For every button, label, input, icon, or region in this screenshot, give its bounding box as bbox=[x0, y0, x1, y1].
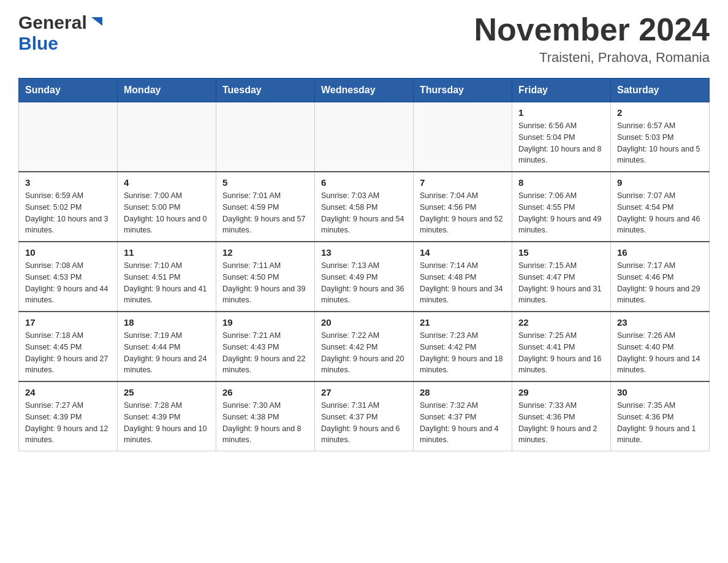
day-number: 1 bbox=[518, 107, 604, 118]
weekday-header-friday: Friday bbox=[512, 79, 611, 102]
weekday-header-saturday: Saturday bbox=[611, 79, 710, 102]
day-info: Sunrise: 6:56 AM Sunset: 5:04 PM Dayligh… bbox=[518, 120, 604, 166]
day-number: 30 bbox=[617, 387, 703, 397]
day-number: 23 bbox=[617, 317, 703, 327]
day-number: 25 bbox=[124, 387, 210, 397]
day-number: 3 bbox=[25, 177, 111, 188]
calendar-cell: 14Sunrise: 7:14 AM Sunset: 4:48 PM Dayli… bbox=[414, 242, 512, 312]
day-info: Sunrise: 7:21 AM Sunset: 4:43 PM Dayligh… bbox=[222, 330, 308, 376]
calendar-cell: 28Sunrise: 7:32 AM Sunset: 4:37 PM Dayli… bbox=[414, 381, 512, 451]
day-info: Sunrise: 7:25 AM Sunset: 4:41 PM Dayligh… bbox=[518, 330, 604, 376]
day-info: Sunrise: 7:06 AM Sunset: 4:55 PM Dayligh… bbox=[518, 190, 604, 236]
day-info: Sunrise: 7:23 AM Sunset: 4:42 PM Dayligh… bbox=[420, 330, 506, 376]
calendar-cell: 3Sunrise: 6:59 AM Sunset: 5:02 PM Daylig… bbox=[19, 172, 118, 242]
calendar-cell bbox=[414, 102, 512, 172]
day-info: Sunrise: 7:33 AM Sunset: 4:36 PM Dayligh… bbox=[518, 400, 604, 446]
day-number: 28 bbox=[420, 387, 506, 397]
calendar-cell: 16Sunrise: 7:17 AM Sunset: 4:46 PM Dayli… bbox=[611, 242, 710, 312]
calendar-cell: 12Sunrise: 7:11 AM Sunset: 4:50 PM Dayli… bbox=[216, 242, 315, 312]
calendar-cell: 30Sunrise: 7:35 AM Sunset: 4:36 PM Dayli… bbox=[611, 381, 710, 451]
calendar-cell bbox=[315, 102, 414, 172]
day-info: Sunrise: 7:13 AM Sunset: 4:49 PM Dayligh… bbox=[321, 260, 407, 306]
calendar-cell: 23Sunrise: 7:26 AM Sunset: 4:40 PM Dayli… bbox=[611, 312, 710, 381]
day-info: Sunrise: 7:10 AM Sunset: 4:51 PM Dayligh… bbox=[124, 260, 210, 306]
calendar-table: SundayMondayTuesdayWednesdayThursdayFrid… bbox=[18, 78, 710, 451]
day-info: Sunrise: 7:03 AM Sunset: 4:58 PM Dayligh… bbox=[321, 190, 407, 236]
day-number: 5 bbox=[222, 177, 308, 188]
calendar-cell: 1Sunrise: 6:56 AM Sunset: 5:04 PM Daylig… bbox=[512, 102, 611, 172]
day-number: 16 bbox=[617, 247, 703, 258]
logo-blue-text: Blue bbox=[18, 33, 58, 53]
day-number: 29 bbox=[518, 387, 604, 397]
day-number: 24 bbox=[25, 387, 111, 397]
calendar-cell: 21Sunrise: 7:23 AM Sunset: 4:42 PM Dayli… bbox=[414, 312, 512, 381]
day-info: Sunrise: 7:31 AM Sunset: 4:37 PM Dayligh… bbox=[321, 400, 407, 446]
day-number: 12 bbox=[222, 247, 308, 258]
calendar-cell: 22Sunrise: 7:25 AM Sunset: 4:41 PM Dayli… bbox=[512, 312, 611, 381]
day-info: Sunrise: 7:28 AM Sunset: 4:39 PM Dayligh… bbox=[124, 400, 210, 446]
calendar-cell: 27Sunrise: 7:31 AM Sunset: 4:37 PM Dayli… bbox=[315, 381, 414, 451]
day-info: Sunrise: 7:08 AM Sunset: 4:53 PM Dayligh… bbox=[25, 260, 111, 306]
title-block: November 2024 Traisteni, Prahova, Romani… bbox=[474, 12, 710, 66]
calendar-cell: 26Sunrise: 7:30 AM Sunset: 4:38 PM Dayli… bbox=[216, 381, 315, 451]
day-number: 20 bbox=[321, 317, 407, 327]
day-info: Sunrise: 7:18 AM Sunset: 4:45 PM Dayligh… bbox=[25, 330, 111, 376]
day-number: 18 bbox=[124, 317, 210, 327]
day-info: Sunrise: 7:14 AM Sunset: 4:48 PM Dayligh… bbox=[420, 260, 506, 306]
calendar-week-row: 17Sunrise: 7:18 AM Sunset: 4:45 PM Dayli… bbox=[19, 312, 710, 381]
calendar-week-row: 10Sunrise: 7:08 AM Sunset: 4:53 PM Dayli… bbox=[19, 242, 710, 312]
day-number: 9 bbox=[617, 177, 703, 188]
calendar-cell: 29Sunrise: 7:33 AM Sunset: 4:36 PM Dayli… bbox=[512, 381, 611, 451]
calendar-cell: 20Sunrise: 7:22 AM Sunset: 4:42 PM Dayli… bbox=[315, 312, 414, 381]
day-number: 15 bbox=[518, 247, 604, 258]
weekday-header-row: SundayMondayTuesdayWednesdayThursdayFrid… bbox=[19, 79, 710, 102]
calendar-cell: 13Sunrise: 7:13 AM Sunset: 4:49 PM Dayli… bbox=[315, 242, 414, 312]
day-info: Sunrise: 7:26 AM Sunset: 4:40 PM Dayligh… bbox=[617, 330, 703, 376]
day-number: 11 bbox=[124, 247, 210, 258]
day-info: Sunrise: 6:57 AM Sunset: 5:03 PM Dayligh… bbox=[617, 120, 703, 166]
weekday-header-thursday: Thursday bbox=[414, 79, 512, 102]
calendar-cell: 7Sunrise: 7:04 AM Sunset: 4:56 PM Daylig… bbox=[414, 172, 512, 242]
weekday-header-sunday: Sunday bbox=[19, 79, 118, 102]
calendar-cell: 5Sunrise: 7:01 AM Sunset: 4:59 PM Daylig… bbox=[216, 172, 315, 242]
day-number: 19 bbox=[222, 317, 308, 327]
day-info: Sunrise: 7:15 AM Sunset: 4:47 PM Dayligh… bbox=[518, 260, 604, 306]
day-number: 6 bbox=[321, 177, 407, 188]
day-info: Sunrise: 7:04 AM Sunset: 4:56 PM Dayligh… bbox=[420, 190, 506, 236]
logo-general-text: General bbox=[18, 12, 87, 33]
calendar-cell: 19Sunrise: 7:21 AM Sunset: 4:43 PM Dayli… bbox=[216, 312, 315, 381]
weekday-header-tuesday: Tuesday bbox=[216, 79, 315, 102]
calendar-cell: 8Sunrise: 7:06 AM Sunset: 4:55 PM Daylig… bbox=[512, 172, 611, 242]
day-info: Sunrise: 7:22 AM Sunset: 4:42 PM Dayligh… bbox=[321, 330, 407, 376]
weekday-header-monday: Monday bbox=[118, 79, 216, 102]
day-info: Sunrise: 7:17 AM Sunset: 4:46 PM Dayligh… bbox=[617, 260, 703, 306]
day-number: 2 bbox=[617, 107, 703, 118]
calendar-cell: 6Sunrise: 7:03 AM Sunset: 4:58 PM Daylig… bbox=[315, 172, 414, 242]
day-info: Sunrise: 7:32 AM Sunset: 4:37 PM Dayligh… bbox=[420, 400, 506, 446]
day-number: 17 bbox=[25, 317, 111, 327]
day-info: Sunrise: 7:35 AM Sunset: 4:36 PM Dayligh… bbox=[617, 400, 703, 446]
calendar-cell: 10Sunrise: 7:08 AM Sunset: 4:53 PM Dayli… bbox=[19, 242, 118, 312]
page-header: General Blue November 2024 Traisteni, Pr… bbox=[18, 12, 710, 66]
day-number: 27 bbox=[321, 387, 407, 397]
calendar-cell: 24Sunrise: 7:27 AM Sunset: 4:39 PM Dayli… bbox=[19, 381, 118, 451]
month-title: November 2024 bbox=[474, 12, 710, 47]
day-number: 21 bbox=[420, 317, 506, 327]
day-info: Sunrise: 7:27 AM Sunset: 4:39 PM Dayligh… bbox=[25, 400, 111, 446]
day-number: 26 bbox=[222, 387, 308, 397]
day-number: 22 bbox=[518, 317, 604, 327]
calendar-cell: 25Sunrise: 7:28 AM Sunset: 4:39 PM Dayli… bbox=[118, 381, 216, 451]
day-info: Sunrise: 7:00 AM Sunset: 5:00 PM Dayligh… bbox=[124, 190, 210, 236]
day-info: Sunrise: 6:59 AM Sunset: 5:02 PM Dayligh… bbox=[25, 190, 111, 236]
weekday-header-wednesday: Wednesday bbox=[315, 79, 414, 102]
calendar-week-row: 3Sunrise: 6:59 AM Sunset: 5:02 PM Daylig… bbox=[19, 172, 710, 242]
calendar-cell: 4Sunrise: 7:00 AM Sunset: 5:00 PM Daylig… bbox=[118, 172, 216, 242]
day-number: 7 bbox=[420, 177, 506, 188]
day-number: 8 bbox=[518, 177, 604, 188]
calendar-cell: 17Sunrise: 7:18 AM Sunset: 4:45 PM Dayli… bbox=[19, 312, 118, 381]
calendar-week-row: 1Sunrise: 6:56 AM Sunset: 5:04 PM Daylig… bbox=[19, 102, 710, 172]
calendar-cell: 15Sunrise: 7:15 AM Sunset: 4:47 PM Dayli… bbox=[512, 242, 611, 312]
location-text: Traisteni, Prahova, Romania bbox=[474, 50, 710, 66]
day-number: 4 bbox=[124, 177, 210, 188]
day-info: Sunrise: 7:07 AM Sunset: 4:54 PM Dayligh… bbox=[617, 190, 703, 236]
